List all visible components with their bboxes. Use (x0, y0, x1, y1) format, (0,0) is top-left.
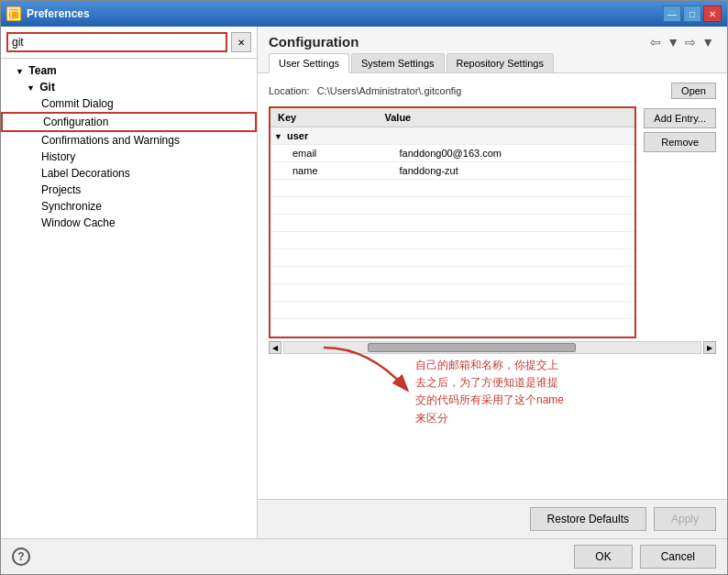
tree-label: Window Cache (41, 216, 116, 229)
cell-key-name: name (270, 162, 378, 180)
apply-button[interactable]: Apply (654, 507, 716, 531)
tree-item-git[interactable]: ▼ Git (1, 79, 257, 95)
config-table: Key Value ▼ user (270, 108, 634, 337)
maximize-button[interactable]: □ (683, 6, 701, 22)
annotation-container: 自己的邮箱和名称，你提交上 去之后，为了方便知道是谁提 交的代码所有采用了这个n… (269, 357, 716, 490)
tree-label: Git (39, 81, 55, 94)
table-row-empty-7 (270, 284, 634, 302)
title-bar: Preferences — □ ✕ (1, 1, 727, 27)
left-panel: ✕ ▼ Team ▼ Git Commit Dialog (1, 27, 258, 538)
preferences-window: Preferences — □ ✕ ✕ ▼ Team ▼ (0, 0, 728, 575)
tree-label: Projects (41, 183, 81, 196)
col-key: Key (270, 108, 378, 127)
tree-label: History (41, 150, 75, 163)
cancel-button[interactable]: Cancel (640, 545, 716, 569)
table-header-row: Key Value (270, 108, 634, 127)
expand-icon: ▼ (27, 83, 35, 93)
expand-icon: ▼ (16, 67, 24, 76)
section-label: ▼ user (270, 127, 634, 145)
table-row-empty-1 (270, 180, 634, 197)
table-row-empty-6 (270, 267, 634, 284)
side-buttons: Add Entry... Remove (644, 106, 716, 338)
restore-defaults-button[interactable]: Restore Defaults (530, 507, 646, 531)
title-bar-controls: — □ ✕ (663, 6, 722, 22)
menu-button[interactable]: ▼ (700, 35, 716, 50)
tree-label: Commit Dialog (41, 97, 114, 110)
tree-label: Confirmations and Warnings (41, 134, 180, 147)
close-button[interactable]: ✕ (703, 6, 722, 22)
tab-system-settings[interactable]: System Settings (351, 53, 444, 72)
table-row-empty-2 (270, 197, 634, 215)
right-body: Location: C:\Users\Administrator\.gitcon… (258, 73, 727, 499)
right-panel: Configuration ⇦ ▼ ⇨ ▼ User Settings Syst… (258, 27, 727, 538)
app-icon (6, 6, 21, 21)
cell-value-email: fanddong00@163.com (378, 145, 635, 162)
search-clear-button[interactable]: ✕ (231, 32, 251, 52)
ok-button[interactable]: OK (574, 545, 632, 569)
forward-button[interactable]: ⇨ (683, 35, 698, 50)
title-bar-left: Preferences (6, 6, 90, 21)
tree-item-synchronize[interactable]: Synchronize (1, 198, 257, 215)
back-button[interactable]: ⇦ (648, 35, 663, 50)
cell-key-email: email (270, 145, 378, 162)
main-area: ✕ ▼ Team ▼ Git Commit Dialog (1, 27, 727, 538)
tab-user-settings[interactable]: User Settings (269, 53, 349, 73)
tree-item-window-cache[interactable]: Window Cache (1, 215, 257, 231)
tree-item-history[interactable]: History (1, 149, 257, 165)
header-arrows: ⇦ ▼ ⇨ ▼ (648, 35, 716, 50)
minimize-button[interactable]: — (663, 6, 681, 22)
search-area: ✕ (1, 27, 257, 59)
tree-item-projects[interactable]: Projects (1, 182, 257, 198)
footer-bar: ? OK Cancel (1, 538, 727, 574)
right-header: Configuration ⇦ ▼ ⇨ ▼ (258, 27, 727, 53)
annotation-arrow (314, 338, 425, 403)
tree-item-configuration[interactable]: Configuration (1, 112, 257, 132)
bottom-bar: Restore Defaults Apply (258, 499, 727, 538)
tab-repository-settings[interactable]: Repository Settings (447, 53, 554, 72)
table-container: Key Value ▼ user (269, 106, 636, 338)
table-row-empty-4 (270, 232, 634, 249)
cell-value-name: fanddong-zut (378, 162, 635, 180)
location-label: Location: (269, 85, 310, 96)
tree-item-label-decorations[interactable]: Label Decorations (1, 165, 257, 182)
tabs-row: User Settings System Settings Repository… (258, 53, 727, 73)
search-input[interactable] (6, 32, 227, 52)
footer-buttons: OK Cancel (574, 545, 716, 569)
dropdown-button[interactable]: ▼ (665, 35, 681, 50)
col-value: Value (378, 108, 635, 127)
right-title: Configuration (269, 34, 358, 50)
location-value: C:\Users\Administrator\.gitconfig (317, 85, 664, 96)
tree-label: Team (28, 64, 56, 77)
table-row-empty-5 (270, 249, 634, 267)
window-title: Preferences (27, 7, 90, 20)
tree-label: Label Decorations (41, 167, 130, 180)
table-row-email[interactable]: email fanddong00@163.com (270, 145, 634, 162)
section-expand-icon: ▼ (274, 132, 282, 141)
open-button[interactable]: Open (671, 83, 716, 99)
table-and-side: Key Value ▼ user (269, 106, 716, 338)
table-row-empty-8 (270, 302, 634, 319)
svg-rect-0 (8, 8, 19, 19)
table-section-user: ▼ user (270, 127, 634, 145)
scroll-right-button[interactable]: ▶ (703, 341, 716, 354)
scroll-left-button[interactable]: ◀ (269, 341, 281, 354)
table-row-empty-9 (270, 319, 634, 337)
help-button[interactable]: ? (12, 547, 30, 566)
tree-label: Configuration (43, 116, 108, 128)
table-row-empty-3 (270, 215, 634, 232)
tree-item-commit-dialog[interactable]: Commit Dialog (1, 95, 257, 112)
location-row: Location: C:\Users\Administrator\.gitcon… (269, 83, 716, 99)
tree-area: ▼ Team ▼ Git Commit Dialog Configuration (1, 59, 257, 538)
tree-item-confirmations[interactable]: Confirmations and Warnings (1, 132, 257, 149)
table-row-name[interactable]: name fanddong-zut (270, 162, 634, 180)
add-entry-button[interactable]: Add Entry... (644, 108, 716, 128)
remove-button[interactable]: Remove (644, 132, 716, 152)
tree-label: Synchronize (41, 200, 102, 213)
tree-item-team[interactable]: ▼ Team (1, 62, 257, 79)
